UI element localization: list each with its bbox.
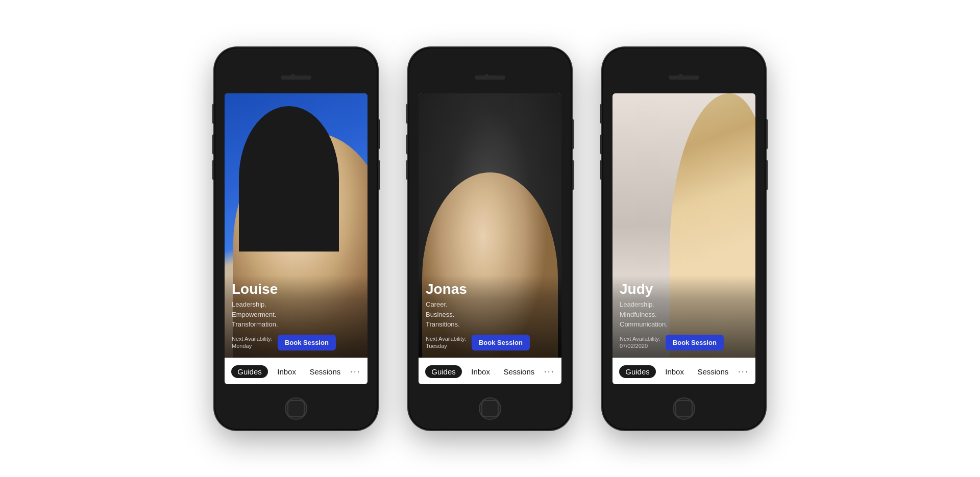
next-avail-3: Next Availability: 07/02/2020 <box>620 335 660 350</box>
home-button-3[interactable] <box>673 397 695 420</box>
coach-tags-3: Leadership.Mindfulness.Communication. <box>620 299 748 330</box>
book-session-button-3[interactable]: Book Session <box>666 335 724 350</box>
camera-1 <box>291 74 295 78</box>
nav-sessions-3[interactable]: Sessions <box>693 365 732 378</box>
next-avail-1: Next Availability: Monday <box>232 335 273 350</box>
card-overlay-3: Judy Leadership.Mindfulness.Communicatio… <box>612 275 755 358</box>
bottom-nav-2: Guides Inbox Sessions ··· <box>419 358 561 384</box>
nav-sessions-1[interactable]: Sessions <box>305 365 345 378</box>
card-overlay-2: Jonas Career.Business.Transitions. Next … <box>419 275 561 358</box>
booking-row-1: Next Availability: Monday Book Session <box>232 335 360 350</box>
phone-screen-1: Louise Leadership.Empowerment.Transforma… <box>225 93 368 384</box>
nav-sessions-2[interactable]: Sessions <box>499 365 538 378</box>
booking-row-3: Next Availability: 07/02/2020 Book Sessi… <box>620 335 748 350</box>
bottom-nav-3: Guides Inbox Sessions ··· <box>612 358 755 384</box>
phone-jonas: Jonas Career.Business.Transitions. Next … <box>408 47 572 430</box>
phone-louise: Louise Leadership.Empowerment.Transforma… <box>214 47 378 430</box>
coach-name-3: Judy <box>620 281 748 297</box>
booking-row-2: Next Availability: Tuesday Book Session <box>426 335 554 350</box>
phone-screen-3: Judy Leadership.Mindfulness.Communicatio… <box>612 93 755 384</box>
coach-tags-2: Career.Business.Transitions. <box>426 299 554 330</box>
nav-more-3[interactable]: ··· <box>738 366 749 377</box>
home-button-2[interactable] <box>479 397 501 420</box>
phone-judy: Judy Leadership.Mindfulness.Communicatio… <box>602 47 766 430</box>
coach-name-1: Louise <box>232 281 360 297</box>
nav-guides-3[interactable]: Guides <box>619 365 656 378</box>
nav-inbox-3[interactable]: Inbox <box>661 365 688 378</box>
nav-inbox-1[interactable]: Inbox <box>273 365 300 378</box>
coach-card-1: Louise Leadership.Empowerment.Transforma… <box>225 93 368 358</box>
nav-more-1[interactable]: ··· <box>350 366 361 377</box>
coach-tags-1: Leadership.Empowerment.Transformation. <box>232 299 360 330</box>
speaker-3 <box>669 76 699 80</box>
nav-inbox-2[interactable]: Inbox <box>467 365 494 378</box>
phone-shell-3: Judy Leadership.Mindfulness.Communicatio… <box>602 47 766 430</box>
phone-shell-1: Louise Leadership.Empowerment.Transforma… <box>214 47 378 430</box>
nav-guides-1[interactable]: Guides <box>231 365 268 378</box>
book-session-button-1[interactable]: Book Session <box>278 335 336 350</box>
home-button-1[interactable] <box>285 397 307 420</box>
nav-guides-2[interactable]: Guides <box>425 365 462 378</box>
bottom-nav-1: Guides Inbox Sessions ··· <box>225 358 368 384</box>
speaker-1 <box>281 76 311 80</box>
camera-2 <box>485 74 489 78</box>
camera-3 <box>679 74 683 78</box>
speaker-2 <box>475 76 505 80</box>
book-session-button-2[interactable]: Book Session <box>472 335 530 350</box>
phone-shell-2: Jonas Career.Business.Transitions. Next … <box>408 47 572 430</box>
next-avail-2: Next Availability: Tuesday <box>426 335 467 350</box>
nav-more-2[interactable]: ··· <box>544 366 555 377</box>
card-overlay-1: Louise Leadership.Empowerment.Transforma… <box>225 275 368 358</box>
coach-card-2: Jonas Career.Business.Transitions. Next … <box>419 93 561 358</box>
phone-screen-2: Jonas Career.Business.Transitions. Next … <box>419 93 561 384</box>
coach-card-3: Judy Leadership.Mindfulness.Communicatio… <box>612 93 755 358</box>
coach-name-2: Jonas <box>426 281 554 297</box>
